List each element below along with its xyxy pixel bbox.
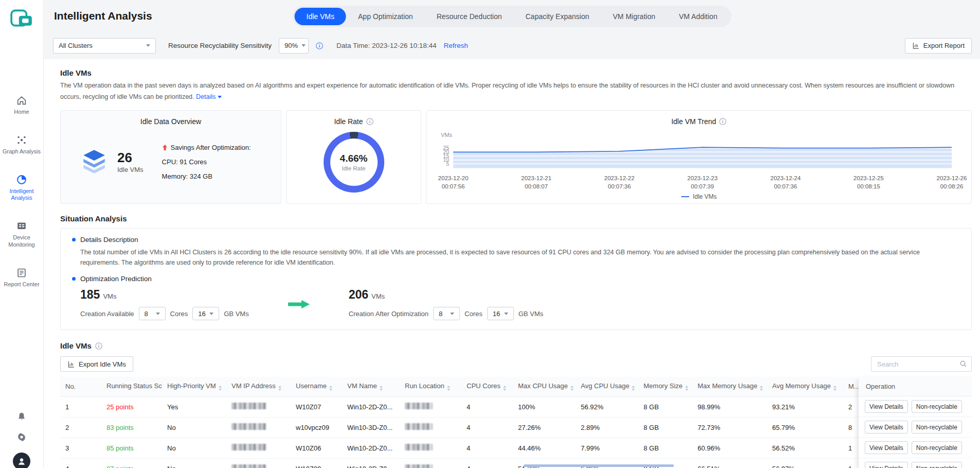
view-details-button[interactable]: View Details — [865, 421, 908, 434]
column-header-label: CPU Cores — [467, 382, 501, 390]
sidebar-item-home[interactable]: Home — [0, 95, 43, 116]
user-avatar[interactable] — [13, 453, 30, 468]
tab-label: Capacity Expansion — [526, 12, 590, 21]
description-text: The VM operation data in the past seven … — [60, 82, 954, 100]
situation-analysis-box: Details Description The total number of … — [60, 228, 972, 330]
tab-vm-addition[interactable]: VM Addition — [667, 8, 729, 25]
app-logo[interactable] — [10, 7, 33, 29]
column-header-vm-ip-address[interactable]: VM IP Address — [226, 377, 291, 396]
sidebar-item-label: Graph Analysis — [1, 148, 42, 155]
sort-icon[interactable] — [380, 386, 383, 391]
column-header-avg-memory-usage[interactable]: Avg Memory Usage — [767, 377, 843, 396]
sort-icon[interactable] — [571, 386, 574, 391]
column-header-avg-cpu-usage[interactable]: Avg CPU Usage — [576, 377, 638, 396]
graph-analysis-icon — [16, 134, 27, 146]
tab-vm-migration[interactable]: VM Migration — [601, 8, 667, 25]
sort-icon[interactable] — [685, 386, 688, 391]
cell-vm-name: Win10-2D-Z0... — [347, 403, 393, 411]
view-details-button[interactable]: View Details — [865, 462, 908, 468]
cell-username: W10Z07 — [296, 403, 321, 411]
cell-avg-cpu: 7.99% — [581, 444, 600, 452]
sort-icon[interactable] — [219, 386, 222, 391]
redacted-ip-value — [231, 444, 266, 450]
redacted-location-value — [405, 403, 433, 409]
idle-rate-card: Idle Rate 4.66% Idle Rate — [286, 110, 421, 204]
sort-icon[interactable] — [760, 386, 763, 391]
tab-app-optimization[interactable]: App Optimization — [346, 8, 425, 25]
sort-icon[interactable] — [447, 386, 450, 391]
non-recyclable-button[interactable]: Non-recyclable — [912, 421, 962, 434]
situation-analysis-heading: Situation Analysis — [60, 214, 972, 223]
sort-icon[interactable] — [329, 386, 332, 391]
view-details-button[interactable]: View Details — [865, 441, 908, 454]
sort-icon[interactable] — [278, 386, 281, 391]
column-header-max-cpu-usage[interactable]: Max CPU Usage — [513, 377, 576, 396]
redacted-location-value — [405, 444, 433, 450]
cell-partial: 1 — [848, 465, 852, 468]
trend-x-axis: 2023-12-2000:07:562023-12-2100:08:072023… — [453, 174, 952, 190]
before-gb-select[interactable]: 16 — [192, 307, 219, 320]
sidebar-item-intelligent-analysis[interactable]: Intelligent Analysis — [0, 174, 43, 202]
sensitivity-select[interactable]: 90% — [279, 38, 309, 54]
view-details-button[interactable]: View Details — [865, 400, 908, 413]
column-header-max-memory-usage[interactable]: Max Memory Usage — [692, 377, 767, 396]
cell-max-cpu: 44.46% — [518, 444, 541, 452]
after-cores-select[interactable]: 8 — [433, 307, 460, 320]
table-row: 125 pointsYesW10Z07Win10-2D-Z0...4100%56… — [60, 396, 920, 417]
column-header-username[interactable]: Username — [291, 377, 342, 396]
cell-high-priority: Yes — [167, 403, 178, 411]
search-icon[interactable] — [959, 360, 967, 368]
idle-rate-info-icon[interactable] — [366, 118, 373, 125]
refresh-link[interactable]: Refresh — [443, 42, 468, 49]
bullet-dot-icon — [72, 238, 76, 241]
sort-icon[interactable] — [833, 386, 836, 391]
sensitivity-info-icon[interactable] — [316, 42, 323, 49]
non-recyclable-button[interactable]: Non-recyclable — [912, 462, 962, 468]
trend-legend: Idle VMs — [438, 193, 960, 200]
trend-card-title: Idle VM Trend — [426, 117, 971, 126]
horizontal-scrollbar-thumb[interactable] — [524, 464, 674, 467]
details-link[interactable]: Details — [196, 93, 222, 100]
non-recyclable-button[interactable]: Non-recyclable — [912, 441, 962, 454]
sort-icon[interactable] — [632, 386, 635, 391]
creation-after-optimization-label: Creation After Optimization — [349, 310, 429, 318]
tab-capacity-expansion[interactable]: Capacity Expansion — [514, 8, 601, 25]
after-vm-count: 206 — [349, 288, 368, 302]
after-gb-select[interactable]: 16 — [487, 307, 514, 320]
cell-memory-size: 8 GB — [644, 444, 659, 452]
before-vm-count: 185 — [80, 288, 100, 302]
column-header-label: Avg Memory Usage — [772, 382, 831, 390]
before-cores-select[interactable]: 8 — [139, 307, 166, 320]
column-header-memory-size[interactable]: Memory Size — [638, 377, 692, 396]
column-header-running-status-score[interactable]: Running Status Score — [101, 377, 162, 396]
tab-idle-vms[interactable]: Idle VMs — [295, 8, 346, 25]
notifications-bell-icon[interactable] — [16, 411, 27, 422]
settings-gear-icon[interactable] — [16, 432, 27, 442]
operation-header: Operation — [859, 377, 972, 396]
non-recyclable-button[interactable]: Non-recyclable — [912, 400, 962, 413]
cluster-select[interactable]: All Clusters — [53, 38, 156, 54]
report-center-icon — [16, 267, 27, 279]
column-header-run-location[interactable]: Run Location — [400, 377, 461, 396]
column-header-high-priority-vm[interactable]: High-Priority VM — [162, 377, 226, 396]
export-report-button[interactable]: Export Report — [905, 38, 972, 54]
table-scroll-container[interactable]: No.Running Status ScoreHigh-Priority VMV… — [60, 377, 972, 468]
chevron-down-icon — [209, 313, 213, 315]
table-info-icon[interactable] — [95, 342, 102, 350]
sidebar-item-device-monitoring[interactable]: Device Monitoring — [0, 220, 43, 249]
sidebar-item-report-center[interactable]: Report Center — [0, 267, 43, 288]
column-header-cpu-cores[interactable]: CPU Cores — [461, 377, 513, 396]
running-status-score: 25 points — [106, 403, 134, 411]
sidebar-item-graph-analysis[interactable]: Graph Analysis — [0, 134, 43, 155]
cell-avg-memory: 93.21% — [772, 403, 795, 411]
export-idle-vms-button[interactable]: Export Idle VMs — [60, 356, 133, 372]
cell-partial: 2 — [848, 403, 852, 411]
sort-icon[interactable] — [503, 386, 506, 391]
trend-info-icon[interactable] — [719, 118, 726, 125]
tab-resource-deduction[interactable]: Resource Deduction — [425, 8, 514, 25]
redacted-location-value — [405, 464, 433, 468]
logo-icon — [10, 7, 33, 29]
trend-y-axis: 252015105 — [438, 139, 453, 172]
column-header-vm-name[interactable]: VM Name — [342, 377, 400, 396]
search-input[interactable] — [871, 356, 972, 372]
